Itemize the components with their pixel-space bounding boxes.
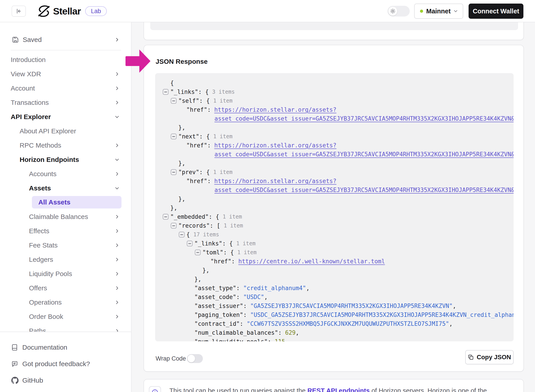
chevron-right-icon (115, 214, 120, 219)
chevron-right-icon (115, 100, 120, 105)
collapse-toggle-icon[interactable] (187, 241, 193, 246)
json-line: "records": [ 1 item (155, 221, 514, 230)
json-line: asset_code=USDC&asset_issuer=GA5ZSEJYB37… (155, 150, 514, 159)
collapse-toggle-icon[interactable] (195, 250, 201, 255)
sidebar-footer-label: Got product feedback? (22, 360, 90, 368)
json-line: "next": { 1 item (155, 132, 514, 141)
sidebar-item-saved[interactable]: Saved (0, 35, 131, 45)
sidebar-item-label: Account (11, 84, 35, 92)
json-line: asset_code=USDC&asset_issuer=GA5ZSEJYB37… (155, 186, 514, 194)
chevron-right-icon (115, 72, 120, 76)
sidebar-item-introduction[interactable]: Introduction (0, 55, 131, 65)
annotation-arrow-icon (126, 50, 150, 73)
sidebar-item-all-assets[interactable]: All Assets (0, 198, 131, 207)
json-link[interactable]: https://horizon.stellar.org/assets? (214, 142, 336, 149)
json-link[interactable]: asset_code=USDC&asset_issuer=GA5ZSEJYB37… (214, 115, 514, 122)
chat-icon (11, 360, 18, 368)
chevron-right-icon (115, 229, 120, 233)
info-text-post: of Horizon servers. Horizon is one of th… (370, 387, 487, 392)
sidebar-footer-documentation[interactable]: Documentation (0, 342, 131, 353)
info-text-pre: This tool can be used to run queries aga… (169, 387, 307, 392)
selected-item-pill: All Assets (32, 196, 121, 209)
sidebar-footer-label: Documentation (22, 344, 67, 351)
collapse-toggle-icon[interactable] (171, 223, 177, 229)
sidebar-item-label: View XDR (11, 70, 41, 78)
sidebar-item-fee-stats[interactable]: Fee Stats (0, 240, 131, 250)
sidebar-item-rpc-methods[interactable]: RPC Methods (0, 140, 131, 150)
chevron-down-icon (115, 157, 120, 162)
json-link[interactable]: asset_code=USDC&asset_issuer=GA5ZSEJYB37… (214, 151, 514, 158)
collapse-toggle-icon[interactable] (171, 169, 177, 175)
chevron-down-icon (115, 114, 120, 119)
json-line: }, (155, 203, 514, 212)
sidebar-footer: DocumentationGot product feedback?GitHub (0, 331, 131, 392)
stellar-logo-icon[interactable] (37, 5, 50, 18)
copy-icon (468, 354, 474, 360)
json-line: { 17 items (155, 230, 514, 239)
sidebar-item-claimable-balances[interactable]: Claimable Balances (0, 212, 131, 222)
chevron-right-icon (115, 257, 120, 262)
json-line: "href": https://centre.io/.well-known/st… (155, 257, 514, 266)
sidebar-item-label: Transactions (11, 99, 49, 106)
lab-badge: Lab (85, 6, 107, 16)
collapse-toggle-icon[interactable] (179, 232, 185, 238)
network-label: Mainnet (426, 8, 451, 15)
chevron-down-icon (115, 186, 120, 191)
sidebar-item-label: Claimable Balances (29, 213, 88, 220)
chevron-right-icon (115, 286, 120, 290)
sidebar-item-horizon-endpoints[interactable]: Horizon Endpoints (0, 155, 131, 165)
collapse-sidebar-button[interactable] (12, 5, 26, 17)
theme-toggle[interactable] (387, 6, 410, 17)
copy-json-button[interactable]: Copy JSON (465, 350, 514, 364)
network-select[interactable]: Mainnet (414, 4, 463, 19)
sidebar-item-liquidity-pools[interactable]: Liquidity Pools (0, 269, 131, 279)
main-content: JSON Response {"_links": { 3 items"self"… (131, 22, 535, 392)
sidebar-item-api-explorer[interactable]: API Explorer (0, 112, 131, 122)
collapse-toggle-icon[interactable] (171, 134, 177, 139)
json-line: }, (155, 123, 514, 132)
json-line: "_links": { 1 item (155, 239, 514, 248)
sidebar-item-order-book[interactable]: Order Book (0, 312, 131, 322)
json-link[interactable]: https://horizon.stellar.org/assets? (214, 178, 336, 184)
brand-name[interactable]: Stellar (53, 6, 81, 17)
wrap-code-toggle[interactable] (187, 354, 203, 363)
json-line: "num_claimable_balances": 629, (155, 328, 514, 337)
connect-wallet-button[interactable]: Connect Wallet (469, 4, 523, 19)
json-line: "contract_id": "CCW67TSZV3SSS2HXMBQ5JFGC… (155, 319, 514, 328)
collapse-toggle-icon[interactable] (171, 98, 177, 104)
sidebar-item-assets[interactable]: Assets (0, 183, 131, 193)
sidebar-item-account[interactable]: Account (0, 83, 131, 93)
network-status-dot (420, 9, 423, 13)
json-link[interactable]: https://centre.io/.well-known/stellar.to… (238, 258, 385, 265)
sidebar-item-label: Effects (29, 227, 49, 235)
sidebar-item-transactions[interactable]: Transactions (0, 98, 131, 107)
sidebar-item-view-xdr[interactable]: View XDR (0, 69, 131, 79)
sidebar-item-ledgers[interactable]: Ledgers (0, 255, 131, 264)
sidebar-footer-got-product-feedback[interactable]: Got product feedback? (0, 359, 131, 369)
chevron-right-icon (115, 314, 120, 319)
sidebar-footer-github[interactable]: GitHub (0, 375, 131, 386)
sidebar-item-label: Assets (29, 184, 51, 192)
json-line: }, (155, 275, 514, 284)
collapse-toggle-icon[interactable] (163, 214, 168, 220)
info-text: This tool can be used to run queries aga… (169, 386, 487, 392)
rest-api-endpoints-link[interactable]: REST API endpoints (307, 387, 370, 392)
sun-icon (388, 7, 397, 16)
sidebar-item-about-api-explorer[interactable]: About API Explorer (0, 126, 131, 136)
info-icon[interactable] (149, 386, 161, 392)
json-line: "asset_code": "USDC", (155, 293, 514, 301)
sidebar-item-offers[interactable]: Offers (0, 283, 131, 293)
sidebar-item-label: Order Book (29, 313, 63, 320)
sidebar-item-effects[interactable]: Effects (0, 226, 131, 236)
sidebar-item-accounts[interactable]: Accounts (0, 169, 131, 179)
sidebar-item-label: Accounts (29, 170, 56, 178)
wrap-code-label: Wrap Code (156, 355, 186, 362)
collapse-sidebar-icon (16, 8, 22, 14)
sidebar: Saved IntroductionView XDRAccountTransac… (0, 22, 131, 392)
sidebar-item-operations[interactable]: Operations (0, 298, 131, 307)
json-link[interactable]: https://horizon.stellar.org/assets? (214, 106, 336, 113)
collapse-toggle-icon[interactable] (163, 89, 168, 95)
json-code-viewer[interactable]: {"_links": { 3 items"self": { 1 item"hre… (155, 73, 514, 341)
json-line: "asset_type": "credit_alphanum4", (155, 284, 514, 293)
json-link[interactable]: asset_code=USDC&asset_issuer=GA5ZSEJYB37… (214, 187, 514, 193)
